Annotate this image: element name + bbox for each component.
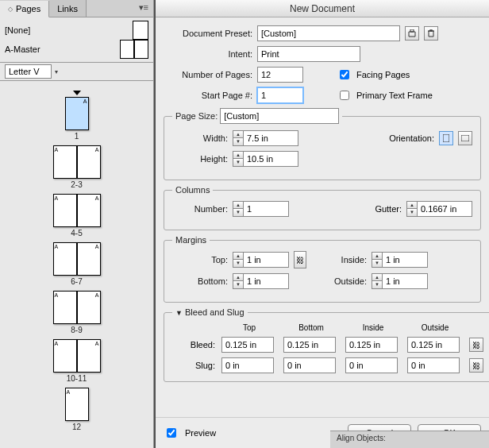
tab-links[interactable]: Links — [49, 0, 87, 17]
width-label: Width: — [172, 133, 228, 143]
margin-outside-stepper[interactable]: ▲▼ — [372, 273, 428, 289]
col-number-stepper[interactable]: ▲▼ — [233, 201, 289, 217]
page-thumb[interactable]: A — [77, 291, 101, 324]
preview-checkbox[interactable] — [167, 428, 176, 438]
chevron-down-icon: ▾ — [55, 68, 58, 75]
orientation-portrait-icon[interactable] — [439, 131, 453, 145]
page-thumb[interactable]: A — [53, 291, 77, 324]
bleed-link-icon[interactable]: ⛓ — [469, 338, 483, 352]
page-thumb[interactable]: A — [77, 145, 101, 179]
orientation-landscape-icon[interactable] — [458, 131, 472, 145]
bleedslug-legend: Bleed and Slug — [185, 307, 244, 317]
spread[interactable]: AA10-11 — [53, 339, 101, 383]
width-stepper[interactable]: ▲▼ — [233, 130, 298, 146]
slug-outside-input[interactable] — [407, 357, 460, 373]
page-thumb[interactable]: A — [53, 194, 77, 227]
preview-label: Preview — [185, 428, 216, 438]
master-indicator: A — [83, 98, 87, 104]
height-stepper[interactable]: ▲▼ — [233, 151, 298, 167]
margin-bottom-input[interactable] — [243, 273, 289, 289]
master-a-thumb — [120, 40, 148, 59]
margin-link-icon[interactable]: ⛓ — [294, 251, 306, 268]
master-a[interactable]: A-Master — [5, 40, 148, 59]
spread[interactable]: AA4-5 — [53, 194, 101, 238]
master-indicator: A — [95, 341, 99, 346]
facing-checkbox[interactable] — [340, 70, 349, 79]
intent-select[interactable]: Print — [257, 46, 360, 62]
spread[interactable]: A1 — [65, 91, 89, 141]
page-thumb[interactable]: A — [77, 242, 101, 276]
bleed-outside-input[interactable] — [407, 337, 460, 353]
preset-label: Document Preset: — [164, 29, 252, 38]
bs-hd-outside: Outside — [407, 323, 463, 332]
spread[interactable]: A12 — [65, 388, 89, 431]
page-thumb[interactable]: A — [65, 388, 89, 421]
margin-top-input[interactable] — [243, 252, 289, 268]
spread-label: 2-3 — [53, 180, 101, 189]
primary-checkbox[interactable] — [340, 91, 349, 100]
bleedslug-group: ▼ Bleed and Slug Top Bottom Inside Outsi… — [164, 307, 489, 382]
bleed-bottom-input[interactable] — [283, 337, 336, 353]
slug-bottom-input[interactable] — [283, 357, 336, 373]
gutter-input[interactable] — [417, 201, 472, 217]
margin-outside-input[interactable] — [382, 273, 428, 289]
gutter-stepper[interactable]: ▲▼ — [406, 201, 472, 217]
intent-label: Intent: — [164, 49, 252, 59]
page-thumb[interactable]: A — [77, 194, 101, 227]
margin-inside-stepper[interactable]: ▲▼ — [372, 252, 428, 268]
svg-rect-0 — [443, 134, 449, 142]
width-input[interactable] — [243, 130, 298, 146]
master-none[interactable]: [None] — [5, 21, 148, 40]
spread[interactable]: AA6-7 — [53, 242, 101, 286]
page-thumb[interactable]: A — [53, 242, 77, 276]
tab-links-label: Links — [57, 4, 78, 14]
page-thumbnails[interactable]: A1AA2-3AA4-5AA6-7AA8-9AA10-11A12 — [0, 81, 153, 448]
orientation-label: Orientation: — [389, 133, 434, 143]
page-thumb[interactable]: A — [65, 97, 89, 130]
spread-label: 1 — [65, 132, 89, 141]
bs-hd-top: Top — [221, 323, 277, 332]
page-thumb[interactable]: A — [77, 339, 101, 373]
startpage-label: Start Page #: — [164, 91, 252, 100]
bleed-inside-input[interactable] — [345, 337, 398, 353]
spread-label: 12 — [65, 423, 89, 431]
page-thumb[interactable]: A — [53, 145, 77, 179]
thumb-size-select[interactable]: Letter V — [5, 64, 52, 79]
master-indicator: A — [55, 341, 59, 346]
slug-link-icon[interactable]: ⛓ — [469, 358, 483, 373]
margin-top-label: Top: — [172, 255, 228, 265]
save-preset-icon[interactable] — [405, 26, 419, 41]
master-indicator: A — [95, 147, 99, 153]
master-indicator: A — [95, 244, 99, 249]
master-none-label: [None] — [5, 25, 30, 35]
numpages-input[interactable] — [257, 67, 303, 83]
section-marker-icon — [73, 91, 81, 95]
numpages-label: Number of Pages: — [164, 70, 252, 79]
tab-pages[interactable]: ◇Pages — [0, 1, 49, 17]
startpage-input[interactable] — [257, 87, 303, 103]
tab-pages-label: Pages — [16, 4, 40, 14]
bleed-top-input[interactable] — [221, 337, 274, 353]
master-indicator: A — [67, 389, 71, 395]
slug-top-input[interactable] — [221, 357, 274, 373]
master-none-thumb — [133, 21, 148, 40]
spread[interactable]: AA8-9 — [53, 291, 101, 334]
spread[interactable]: AA2-3 — [53, 145, 101, 189]
col-number-input[interactable] — [243, 201, 289, 217]
col-number-label: Number: — [172, 204, 228, 214]
page-thumb[interactable]: A — [53, 339, 77, 373]
margin-bottom-stepper[interactable]: ▲▼ — [233, 273, 289, 289]
margin-inside-input[interactable] — [382, 252, 428, 268]
preset-select[interactable]: [Custom] — [257, 25, 400, 41]
trash-icon[interactable] — [424, 26, 438, 41]
pagesize-group: Page Size: [Custom] Width: ▲▼ Orientatio… — [164, 108, 481, 180]
slug-inside-input[interactable] — [345, 357, 398, 373]
margin-top-stepper[interactable]: ▲▼ — [233, 252, 289, 268]
spread-label: 10-11 — [53, 374, 101, 383]
panel-menu-icon[interactable]: ▾≡ — [134, 0, 153, 17]
columns-legend: Columns — [172, 185, 213, 195]
master-indicator: A — [95, 195, 99, 201]
pagesize-select[interactable]: [Custom] — [220, 108, 339, 124]
master-indicator: A — [55, 147, 59, 153]
height-input[interactable] — [243, 151, 298, 167]
